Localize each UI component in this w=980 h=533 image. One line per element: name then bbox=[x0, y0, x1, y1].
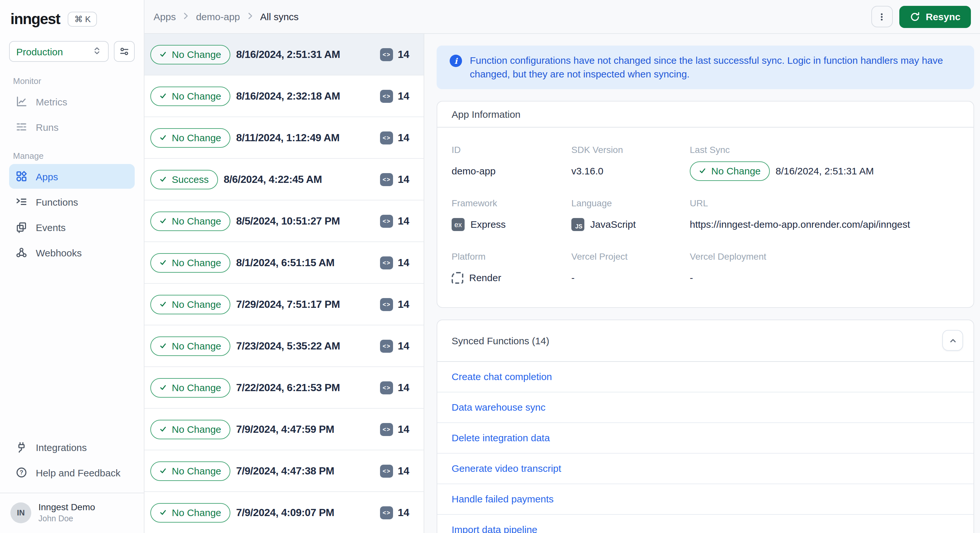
sync-status-label: No Change bbox=[172, 257, 221, 268]
sidebar-item-apps[interactable]: Apps bbox=[9, 164, 135, 189]
code-icon: <> bbox=[380, 131, 393, 144]
app-info-field: Last Sync No Change 8/16/2024, 2:51:31 A… bbox=[690, 144, 959, 181]
field-value: No Change 8/16/2024, 2:51:31 AM bbox=[690, 161, 959, 181]
app-info-field: Platform Render bbox=[452, 251, 571, 287]
check-icon bbox=[159, 509, 167, 516]
sliders-icon bbox=[119, 46, 129, 57]
function-count: 14 bbox=[398, 90, 409, 102]
code-icon: <> bbox=[380, 423, 393, 436]
chevron-right-icon bbox=[247, 11, 253, 22]
sync-list-item[interactable]: No Change 8/11/2024, 1:12:49 AM <> 14 bbox=[145, 117, 424, 159]
collapse-button[interactable] bbox=[942, 330, 963, 351]
content: No Change 8/16/2024, 2:51:31 AM <> 14 No… bbox=[145, 34, 980, 533]
sync-status-label: No Change bbox=[711, 165, 761, 177]
sync-list-item[interactable]: No Change 7/29/2024, 7:51:17 PM <> 14 bbox=[145, 284, 424, 325]
sync-row-meta: <> 14 bbox=[380, 423, 409, 436]
express-icon: ex bbox=[452, 218, 465, 231]
sidebar-item-functions[interactable]: Functions bbox=[9, 189, 135, 214]
app-info-field: Language JSJavaScript bbox=[571, 197, 690, 234]
breadcrumb-apps[interactable]: Apps bbox=[154, 11, 176, 22]
sync-timestamp: 8/6/2024, 4:22:45 AM bbox=[224, 173, 322, 185]
sync-row-meta: <> 14 bbox=[380, 339, 409, 352]
function-count: 14 bbox=[398, 257, 409, 269]
sidebar: inngest ⌘ K Production Monitor Metrics bbox=[0, 0, 145, 533]
sync-list-item[interactable]: No Change 7/9/2024, 4:09:07 PM <> 14 bbox=[145, 492, 424, 533]
section-label-manage: Manage bbox=[13, 151, 131, 161]
function-count: 14 bbox=[398, 423, 409, 435]
synced-function-link[interactable]: Generate video transcript bbox=[452, 463, 561, 474]
sync-status-badge: No Change bbox=[150, 86, 231, 106]
account-name: Inngest Demo bbox=[38, 502, 95, 514]
field-value: - bbox=[690, 268, 959, 287]
js-icon: JS bbox=[571, 218, 584, 231]
render-icon bbox=[452, 272, 463, 283]
code-icon: <> bbox=[380, 339, 393, 352]
field-value: Render bbox=[452, 268, 571, 287]
sync-status-badge: No Change bbox=[150, 128, 231, 147]
events-icon bbox=[16, 221, 27, 233]
sidebar-item-runs[interactable]: Runs bbox=[9, 115, 135, 139]
environment-settings-button[interactable] bbox=[114, 41, 135, 62]
sidebar-item-integrations[interactable]: Integrations bbox=[9, 435, 135, 460]
synced-functions-card: Synced Functions (14) Create chat comple… bbox=[437, 319, 974, 533]
sync-detail-panel: i Function configurations have not chang… bbox=[424, 34, 980, 533]
sync-list-item[interactable]: No Change 7/9/2024, 4:47:59 PM <> 14 bbox=[145, 409, 424, 450]
check-icon bbox=[159, 342, 167, 350]
sync-timestamp: 7/9/2024, 4:47:59 PM bbox=[236, 423, 334, 435]
synced-function-link[interactable]: Delete integration data bbox=[452, 432, 550, 443]
info-banner-text: Function configurations have not changed… bbox=[470, 53, 961, 81]
sync-list-item[interactable]: No Change 8/5/2024, 10:51:27 PM <> 14 bbox=[145, 200, 424, 242]
function-count: 14 bbox=[398, 340, 409, 352]
synced-function-link[interactable]: Import data pipeline bbox=[452, 524, 538, 533]
sync-status-label: No Change bbox=[172, 465, 221, 476]
code-icon: <> bbox=[380, 48, 393, 61]
app-information-title: App Information bbox=[452, 108, 520, 119]
synced-function-link[interactable]: Create chat completion bbox=[452, 371, 552, 382]
sync-list-item[interactable]: No Change 7/22/2024, 6:21:53 PM <> 14 bbox=[145, 367, 424, 409]
sync-status-label: No Change bbox=[172, 299, 221, 310]
sync-list-item[interactable]: No Change 7/9/2024, 4:47:38 PM <> 14 bbox=[145, 450, 424, 492]
code-icon: <> bbox=[380, 506, 393, 519]
sidebar-item-webhooks[interactable]: Webhooks bbox=[9, 240, 135, 265]
logo-row: inngest ⌘ K bbox=[0, 0, 144, 28]
sync-list-item[interactable]: No Change 8/16/2024, 2:51:31 AM <> 14 bbox=[145, 34, 424, 75]
sync-status-label: No Change bbox=[172, 49, 221, 60]
field-value: - bbox=[571, 268, 690, 287]
sync-list-item[interactable]: Success 8/6/2024, 4:22:45 AM <> 14 bbox=[145, 159, 424, 200]
user-menu[interactable]: IN Inngest Demo John Doe bbox=[9, 494, 135, 533]
function-count: 14 bbox=[398, 215, 409, 227]
command-k-shortcut[interactable]: ⌘ K bbox=[68, 12, 97, 27]
check-icon bbox=[159, 426, 167, 433]
synced-function-link[interactable]: Data warehouse sync bbox=[452, 401, 546, 413]
resync-button[interactable]: Resync bbox=[899, 6, 971, 28]
status-badge: No Change bbox=[690, 161, 770, 181]
sync-list-item[interactable]: No Change 8/1/2024, 6:51:15 AM <> 14 bbox=[145, 242, 424, 284]
apps-icon bbox=[16, 170, 27, 182]
kebab-icon bbox=[877, 11, 887, 22]
sync-timestamp: 7/22/2024, 6:21:53 PM bbox=[236, 382, 340, 393]
check-icon bbox=[159, 134, 167, 141]
check-icon bbox=[159, 51, 167, 58]
sync-status-badge: Success bbox=[150, 170, 218, 189]
sidebar-item-help[interactable]: ? Help and Feedback bbox=[9, 460, 135, 485]
check-icon bbox=[159, 259, 167, 266]
more-options-button[interactable] bbox=[871, 6, 892, 27]
sync-list-item[interactable]: No Change 7/23/2024, 5:35:22 AM <> 14 bbox=[145, 325, 424, 367]
topbar: Apps demo-app All syncs Resync bbox=[145, 0, 980, 34]
sync-timestamp: 7/23/2024, 5:35:22 AM bbox=[236, 340, 340, 352]
environment-selector[interactable]: Production bbox=[9, 41, 109, 62]
breadcrumb-demo-app[interactable]: demo-app bbox=[196, 11, 240, 22]
chevron-up-icon bbox=[948, 336, 957, 345]
synced-function-link[interactable]: Handle failed payments bbox=[452, 493, 554, 504]
sidebar-item-events[interactable]: Events bbox=[9, 215, 135, 240]
sidebar-item-label: Runs bbox=[36, 121, 59, 132]
field-label: Framework bbox=[452, 197, 571, 208]
inngest-logo[interactable]: inngest bbox=[10, 10, 60, 28]
sync-list-item[interactable]: No Change 8/16/2024, 2:32:18 AM <> 14 bbox=[145, 75, 424, 117]
field-value: demo-app bbox=[452, 161, 571, 181]
sync-row-meta: <> 14 bbox=[380, 381, 409, 394]
sidebar-item-metrics[interactable]: Metrics bbox=[9, 89, 135, 114]
sync-status-label: No Change bbox=[172, 215, 221, 226]
refresh-icon bbox=[909, 11, 920, 22]
sidebar-footer: Integrations ? Help and Feedback IN Inng… bbox=[0, 434, 144, 533]
